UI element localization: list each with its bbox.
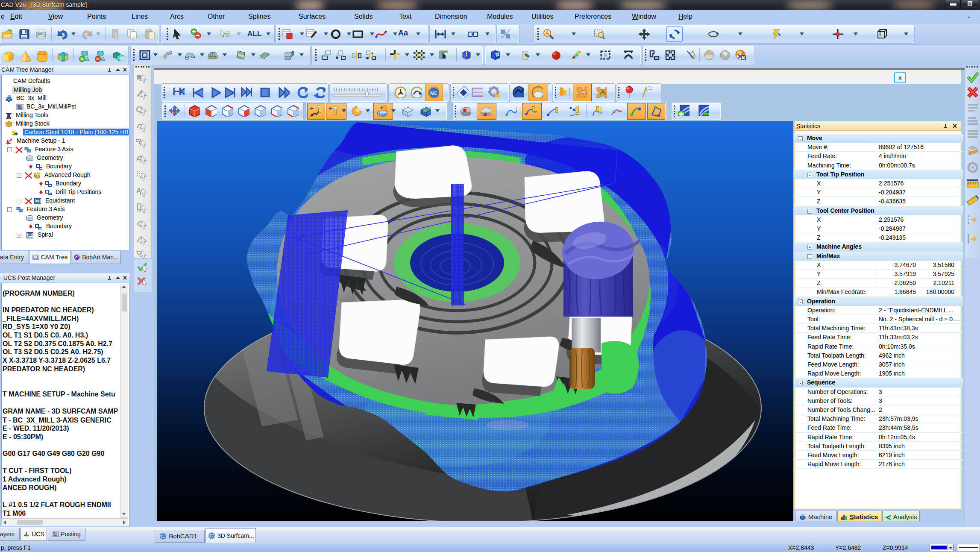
svg-text:NC: NC — [430, 91, 437, 96]
svg-text:A: A — [546, 30, 549, 36]
